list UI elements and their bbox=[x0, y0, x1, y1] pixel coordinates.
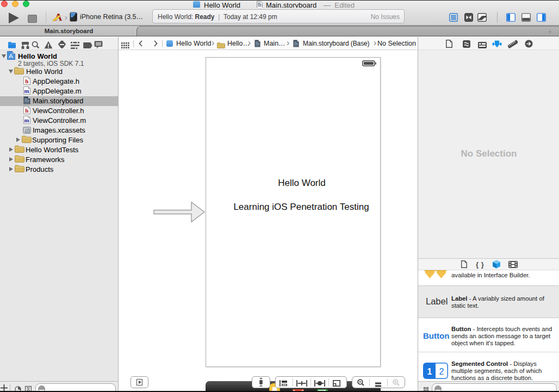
svg-text:h: h bbox=[25, 78, 28, 84]
svg-text:2: 2 bbox=[439, 367, 444, 376]
svg-text:m: m bbox=[24, 117, 29, 123]
svg-text:h: h bbox=[25, 107, 28, 114]
svg-text:1: 1 bbox=[427, 367, 432, 376]
svg-text:m: m bbox=[24, 88, 29, 94]
